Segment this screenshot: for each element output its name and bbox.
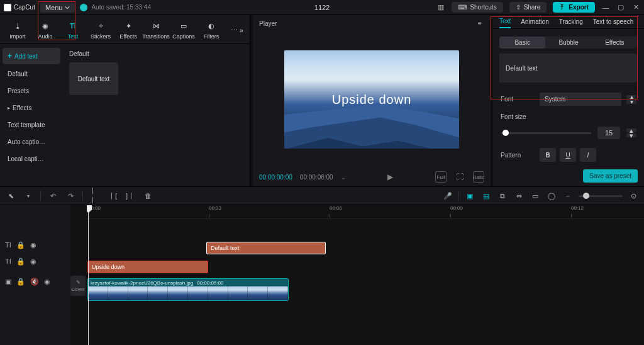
- save-preset-button[interactable]: Save as preset: [583, 169, 638, 183]
- shortcuts-button[interactable]: ⌨ Shortcuts: [452, 2, 502, 13]
- text-categories: +Add text Default Presets ▸Effects Text …: [0, 44, 63, 186]
- zoom-out-icon[interactable]: ◯: [546, 190, 557, 201]
- font-select[interactable]: System: [540, 93, 621, 106]
- subtab-effects[interactable]: Effects: [592, 37, 638, 48]
- ruler[interactable]: 00:00 00:03 00:06 00:09 00:12: [87, 205, 644, 219]
- cover-button[interactable]: ✎ Cover: [70, 276, 86, 296]
- menu-button[interactable]: Menu: [40, 3, 75, 13]
- preview-icon[interactable]: ▭: [530, 190, 541, 201]
- inspector-panel: Text Animation Tracking Text to speech B…: [493, 15, 644, 186]
- player-menu-icon[interactable]: ≡: [475, 19, 484, 28]
- tab-effects[interactable]: ✦Effects: [114, 18, 142, 42]
- lock-icon[interactable]: 🔒: [16, 278, 25, 286]
- ruler-tick: 00:12: [571, 205, 584, 211]
- undo-icon[interactable]: ↶: [47, 190, 58, 201]
- split-right-icon[interactable]: ]〡: [125, 190, 136, 201]
- tab-text[interactable]: TIText: [59, 18, 87, 42]
- playhead[interactable]: [88, 205, 89, 345]
- side-effects[interactable]: ▸Effects: [3, 101, 60, 115]
- font-stepper[interactable]: ▴▾: [626, 95, 636, 104]
- zoom-slider[interactable]: [579, 195, 623, 197]
- tab-captions[interactable]: ▭Captions: [170, 18, 197, 42]
- text-track-2[interactable]: Upside down: [87, 259, 644, 276]
- chevron-down-icon[interactable]: ▾: [23, 190, 34, 201]
- insp-tab-text[interactable]: Text: [499, 15, 511, 28]
- tab-import[interactable]: ⭳Import: [4, 18, 31, 42]
- mute-icon[interactable]: 🔇: [30, 278, 39, 286]
- text-track-icon: TI: [5, 257, 11, 265]
- maximize-icon[interactable]: ▢: [616, 3, 625, 12]
- eye-icon[interactable]: ◉: [44, 278, 50, 286]
- clip-duration: 00:00:05:00: [197, 280, 223, 286]
- split-icon[interactable]: 〡〡: [89, 190, 101, 201]
- clip-upside-down[interactable]: Upside down: [87, 261, 208, 273]
- filters-icon: ◐: [206, 20, 217, 31]
- underline-button[interactable]: U: [560, 148, 576, 162]
- tab-stickers[interactable]: ✧Stickers: [87, 18, 114, 42]
- side-add-text[interactable]: +Add text: [3, 48, 60, 64]
- play-button[interactable]: ▶: [385, 171, 396, 183]
- clip-video[interactable]: krzysztof-kowalik-2pnozU26QBo-unsplash.j…: [87, 278, 289, 301]
- link-icon[interactable]: ⧉: [497, 190, 508, 201]
- timeline-toolbar: ⬉ ▾ ↶ ↷ 〡〡 〡[ ]〡 🗑 🎤 ▣ ▤ ⧉ ⇔ ▭ ◯ − ⊙: [0, 186, 644, 205]
- zoom-minus-icon[interactable]: −: [562, 190, 574, 201]
- fontsize-slider[interactable]: [501, 132, 591, 134]
- pointer-tool-icon[interactable]: ⬉: [5, 190, 16, 201]
- player-canvas[interactable]: Upside down: [253, 31, 491, 167]
- side-local-captions[interactable]: Local capti…: [3, 152, 60, 166]
- menubar: CapCut Menu Auto saved: 15:33:44 1122 ▥ …: [0, 0, 644, 15]
- subtab-bubble[interactable]: Bubble: [545, 37, 591, 48]
- assets-grid: Default Default text: [63, 44, 250, 186]
- fullscreen-button[interactable]: Full: [435, 171, 447, 183]
- bold-button[interactable]: B: [540, 148, 556, 162]
- layout-icon[interactable]: ▥: [436, 3, 445, 12]
- lock-icon[interactable]: 🔒: [16, 257, 25, 266]
- insp-tab-tracking[interactable]: Tracking: [559, 16, 583, 28]
- timeline-tracks[interactable]: 00:00 00:03 00:06 00:09 00:12 Default te…: [87, 205, 644, 345]
- track-headers: TI 🔒 ◉ TI 🔒 ◉ ▣ 🔒 🔇 ◉: [0, 205, 70, 345]
- time-chevron-icon[interactable]: ⌄: [341, 174, 346, 181]
- side-auto-captions[interactable]: Auto captio…: [3, 135, 60, 149]
- mic-icon[interactable]: 🎤: [442, 190, 453, 201]
- tab-audio[interactable]: ◉Audio: [31, 18, 59, 42]
- magnet-track-icon[interactable]: ▤: [480, 190, 492, 201]
- split-left-icon[interactable]: 〡[: [107, 190, 118, 201]
- text-content-input[interactable]: [499, 54, 638, 82]
- lock-icon[interactable]: 🔒: [16, 241, 25, 249]
- export-button[interactable]: ⭱ Export: [553, 2, 595, 13]
- align-icon[interactable]: ⇔: [513, 190, 525, 201]
- inspector-subtabs: Basic Bubble Effects: [499, 37, 638, 48]
- player-panel: Player ≡ Upside down 00:00:00:00 00:00:0…: [253, 15, 491, 186]
- subtab-basic[interactable]: Basic: [499, 37, 545, 48]
- fontsize-value[interactable]: 15: [597, 127, 620, 139]
- insp-tab-tts[interactable]: Text to speech: [593, 16, 633, 28]
- tab-filters[interactable]: ◐Filters: [197, 18, 225, 42]
- redo-icon[interactable]: ↷: [65, 190, 76, 201]
- side-text-template[interactable]: Text template: [3, 118, 60, 132]
- side-presets[interactable]: Presets: [3, 84, 60, 98]
- ratio-button[interactable]: Ratio: [473, 171, 484, 183]
- close-icon[interactable]: ✕: [631, 3, 640, 12]
- expand-icon[interactable]: ⛶: [454, 171, 465, 183]
- insp-tab-animation[interactable]: Animation: [521, 16, 548, 28]
- italic-button[interactable]: I: [580, 148, 596, 162]
- clip-default-text[interactable]: Default text: [206, 242, 326, 254]
- video-track[interactable]: krzysztof-kowalik-2pnozU26QBo-unsplash.j…: [87, 278, 644, 301]
- delete-icon[interactable]: 🗑: [142, 190, 153, 201]
- magnet-main-icon[interactable]: ▣: [464, 190, 475, 201]
- effects-icon: ✦: [123, 20, 134, 31]
- fontsize-stepper[interactable]: ▴▾: [626, 128, 636, 137]
- minimize-icon[interactable]: —: [601, 3, 610, 12]
- clip-filename: krzysztof-kowalik-2pnozU26QBo-unsplash.j…: [91, 280, 193, 286]
- zoom-fit-icon[interactable]: ⊙: [628, 190, 639, 201]
- more-tabs-button[interactable]: ⋯ »: [228, 24, 246, 37]
- text-track-1[interactable]: Default text: [87, 240, 644, 257]
- logo-icon: [4, 4, 11, 11]
- share-button[interactable]: ⇪ Share: [509, 2, 547, 13]
- tab-transitions[interactable]: ⋈Transitions: [142, 18, 170, 42]
- eye-icon[interactable]: ◉: [30, 241, 36, 249]
- keyboard-icon: ⌨: [458, 4, 467, 11]
- default-text-thumb[interactable]: Default text: [69, 62, 118, 95]
- side-default[interactable]: Default: [3, 67, 60, 81]
- eye-icon[interactable]: ◉: [30, 257, 36, 266]
